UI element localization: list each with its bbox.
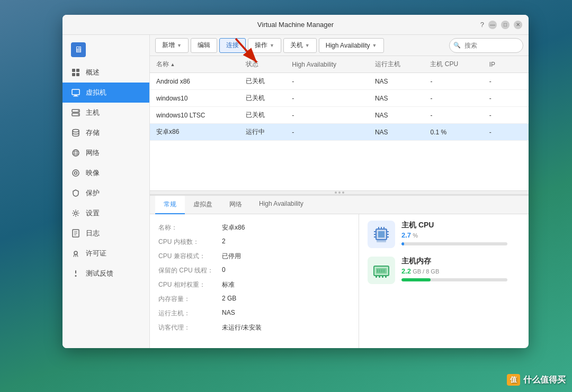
network-icon bbox=[71, 148, 81, 158]
ha-dropdown-icon: ▼ bbox=[372, 43, 377, 48]
image-icon bbox=[71, 168, 81, 178]
minimize-button[interactable]: — bbox=[488, 21, 497, 29]
memory-value: 2.2 GB / 8 GB bbox=[401, 267, 520, 275]
svg-point-20 bbox=[75, 275, 77, 277]
detail-row-host: 运行主机： NAS bbox=[158, 306, 350, 321]
svg-rect-45 bbox=[383, 269, 385, 272]
sidebar-item-storage[interactable]: 存储 bbox=[62, 123, 149, 143]
help-icon[interactable]: ? bbox=[480, 21, 484, 29]
svg-point-16 bbox=[75, 172, 77, 175]
memory-progress-bar bbox=[401, 278, 507, 281]
drag-dot bbox=[342, 192, 344, 194]
vm-cpu: - bbox=[424, 90, 482, 107]
vm-name: windows10 bbox=[150, 90, 239, 107]
sidebar-item-log[interactable]: 日志 bbox=[62, 223, 149, 243]
svg-point-17 bbox=[75, 212, 77, 215]
watermark: 值 什么值得买 bbox=[507, 374, 566, 386]
svg-rect-44 bbox=[381, 269, 382, 272]
svg-rect-40 bbox=[382, 276, 383, 278]
cpu-value: 2.7 % bbox=[401, 231, 520, 239]
svg-rect-42 bbox=[377, 269, 378, 272]
power-button[interactable]: 关机 ▼ bbox=[283, 38, 317, 53]
connect-button[interactable]: 连接 bbox=[219, 38, 246, 53]
sidebar-label-feedback: 测试反馈 bbox=[86, 269, 113, 278]
memory-icon bbox=[368, 257, 395, 284]
window-body: 🖥 概述 虚拟机 bbox=[62, 35, 529, 348]
tab-network[interactable]: 网络 bbox=[221, 196, 251, 214]
vm-ha: - bbox=[285, 90, 369, 107]
sidebar-item-vm[interactable]: 虚拟机 bbox=[62, 83, 149, 103]
svg-point-15 bbox=[73, 170, 79, 176]
cpu-icon bbox=[368, 221, 395, 248]
vm-more bbox=[510, 124, 529, 141]
col-ip: IP bbox=[483, 56, 510, 73]
vm-host: NAS bbox=[369, 107, 424, 124]
svg-rect-43 bbox=[379, 269, 380, 272]
vm-more bbox=[510, 90, 529, 107]
table-row[interactable]: 安卓x86 运行中 - NAS 0.1 % - bbox=[150, 124, 529, 141]
vm-ip: - bbox=[483, 107, 510, 124]
action-button[interactable]: 操作 ▼ bbox=[248, 38, 281, 53]
host-icon bbox=[71, 108, 81, 117]
vm-ip: - bbox=[483, 124, 510, 141]
memory-card: 主机内存 2.2 GB / 8 GB bbox=[368, 257, 520, 284]
col-cpu: 主机 CPU bbox=[424, 56, 482, 73]
vm-host: NAS bbox=[369, 73, 424, 90]
drag-handle[interactable] bbox=[150, 190, 529, 195]
edit-button[interactable]: 编辑 bbox=[191, 38, 217, 53]
drag-dot bbox=[338, 192, 341, 194]
vm-ip: - bbox=[483, 90, 510, 107]
sidebar-label-overview: 概述 bbox=[86, 68, 100, 77]
table-row[interactable]: Android x86 已关机 - NAS - - bbox=[150, 73, 529, 90]
vm-ip: - bbox=[483, 73, 510, 90]
settings-icon bbox=[71, 208, 81, 218]
detail-row-cpu-reserve: 保留的 CPU 线程： 0 bbox=[158, 263, 350, 278]
vm-table: 名称 状态 High Availability 运行主机 主机 CPU IP bbox=[150, 56, 529, 141]
vm-list: 名称 状态 High Availability 运行主机 主机 CPU IP bbox=[150, 56, 529, 190]
drag-dot bbox=[335, 192, 337, 194]
svg-rect-39 bbox=[379, 276, 380, 278]
new-dropdown-icon: ▼ bbox=[177, 43, 182, 48]
logo-icon: 🖥 bbox=[71, 42, 86, 57]
tab-ha[interactable]: High Availability bbox=[251, 196, 312, 214]
sidebar-item-overview[interactable]: 概述 bbox=[62, 62, 149, 83]
sidebar-item-protect[interactable]: 保护 bbox=[62, 183, 149, 203]
table-row[interactable]: windows10 已关机 - NAS - - bbox=[150, 90, 529, 107]
feedback-icon bbox=[71, 269, 81, 278]
desktop: Virtual Machine Manager ? — □ ✕ 🖥 bbox=[0, 0, 572, 392]
sidebar-item-network[interactable]: 网络 bbox=[62, 143, 149, 163]
svg-point-13 bbox=[73, 130, 79, 132]
ha-button[interactable]: High Availability ▼ bbox=[319, 38, 384, 53]
sidebar-item-host[interactable]: 主机 bbox=[62, 103, 149, 123]
new-button[interactable]: 新增 ▼ bbox=[155, 38, 189, 53]
close-button[interactable]: ✕ bbox=[514, 21, 522, 29]
vm-name: Android x86 bbox=[150, 73, 239, 90]
col-name: 名称 bbox=[150, 56, 239, 73]
vm-host: NAS bbox=[369, 90, 424, 107]
sidebar-label-license: 许可证 bbox=[86, 249, 106, 258]
svg-rect-38 bbox=[376, 276, 377, 278]
tab-general[interactable]: 常规 bbox=[155, 196, 185, 214]
maximize-button[interactable]: □ bbox=[501, 21, 510, 29]
search-input[interactable] bbox=[449, 38, 523, 53]
action-dropdown-icon: ▼ bbox=[270, 43, 274, 48]
main-window: Virtual Machine Manager ? — □ ✕ 🖥 bbox=[62, 15, 529, 348]
vm-more bbox=[510, 73, 529, 90]
detail-row-memory: 内存容量： 2 GB bbox=[158, 292, 350, 306]
sidebar-item-image[interactable]: 映像 bbox=[62, 163, 149, 183]
tab-virtual-disk[interactable]: 虚拟盘 bbox=[185, 196, 221, 214]
memory-info: 主机内存 2.2 GB / 8 GB bbox=[401, 257, 520, 281]
vm-cpu: 0.1 % bbox=[424, 124, 482, 141]
sidebar-item-settings[interactable]: 设置 bbox=[62, 203, 149, 223]
bottom-panel: 常规 虚拟盘 网络 High Availability bbox=[150, 195, 529, 348]
sidebar-item-license[interactable]: 许可证 bbox=[62, 243, 149, 263]
main-content: 新增 ▼ 编辑 连接 操作 ▼ 关机 ▼ bbox=[150, 35, 529, 348]
sidebar-label-protect: 保护 bbox=[86, 188, 100, 198]
vm-status: 运行中 bbox=[239, 124, 285, 141]
detail-row-cpu-cores: CPU 内核数： 2 bbox=[158, 235, 350, 249]
vm-status: 已关机 bbox=[239, 73, 285, 90]
vm-icon bbox=[71, 88, 81, 97]
protect-icon bbox=[71, 188, 81, 198]
sidebar-item-feedback[interactable]: 测试反馈 bbox=[62, 263, 149, 284]
table-row[interactable]: windows10 LTSC 已关机 - NAS - - bbox=[150, 107, 529, 124]
